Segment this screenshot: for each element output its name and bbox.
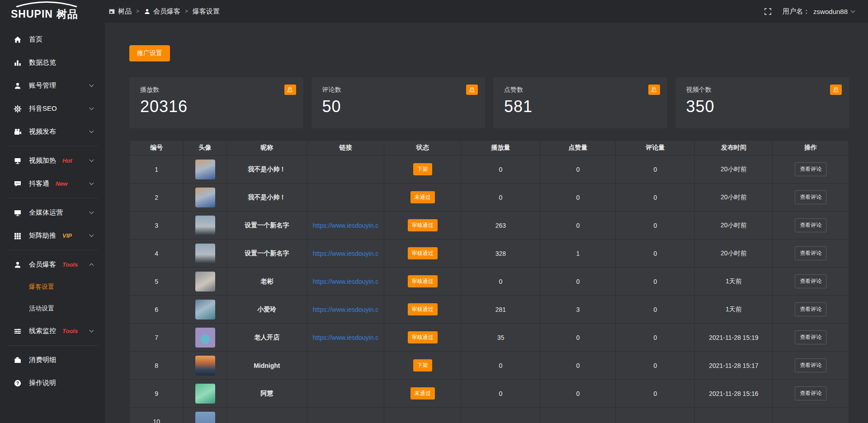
cell-id: 1 (130, 155, 184, 183)
column-header-0: 编号 (130, 141, 184, 155)
stat-card-label: 评论数 (322, 86, 475, 94)
cell-status: 审核通过 (384, 240, 461, 268)
sidebar-item-16[interactable]: ?操作说明 (0, 371, 105, 395)
sidebar-divider (7, 250, 98, 250)
cell-link: https://www.iesdouyin.c (307, 240, 384, 268)
logo-arc (13, 1, 105, 7)
chevron-down-icon (90, 210, 94, 214)
main-content: 推广设置 播放数总20316评论数总50点赞数总581视频个数总350 编号头像… (105, 23, 868, 423)
sidebar-subitem-0[interactable]: 爆客设置 (0, 276, 105, 298)
sidebar-item-label: 抖音SEO (29, 104, 57, 113)
bar-chart-icon (14, 59, 22, 67)
status-badge: 审核通过 (408, 247, 438, 259)
avatar (195, 244, 215, 263)
video-link[interactable]: https://www.iesdouyin.c (307, 250, 384, 257)
app-logo[interactable]: SHUPIN 树品 (0, 1, 105, 21)
video-camera-icon (14, 128, 22, 136)
cell-status: 审核通过 (384, 268, 461, 296)
value-comments: 0 (654, 362, 657, 369)
chevron-down-icon (90, 233, 94, 237)
video-link[interactable]: https://www.iesdouyin.c (307, 278, 384, 285)
row-id: 4 (155, 250, 158, 257)
row-id: 1 (155, 166, 158, 173)
sidebar-subitem-1[interactable]: 活动设置 (0, 298, 105, 320)
cell-link: https://www.iesdouyin.c (307, 212, 384, 240)
nickname: 阿慧 (260, 390, 273, 397)
view-comments-button[interactable]: 查看评论 (795, 358, 826, 372)
value-time: 20小时前 (721, 249, 747, 257)
sidebar-item-12[interactable]: 会员爆客Tools (0, 253, 105, 276)
view-comments-button[interactable]: 查看评论 (795, 302, 826, 316)
video-link[interactable]: https://www.iesdouyin.c (307, 334, 384, 341)
sidebar-item-4[interactable]: 视频发布 (0, 120, 105, 143)
promo-settings-button[interactable]: 推广设置 (129, 45, 170, 61)
cell-avatar (184, 380, 226, 408)
value-plays: 0 (499, 390, 503, 397)
user-menu[interactable]: 用户名：zswodun88 (783, 7, 854, 16)
avatar (195, 216, 215, 235)
sidebar-item-15[interactable]: 消费明细 (0, 348, 105, 371)
sidebar-item-7[interactable]: 抖客通New (0, 172, 105, 195)
view-comments-button[interactable]: 查看评论 (795, 218, 826, 232)
view-comments-button[interactable]: 查看评论 (795, 190, 826, 204)
sidebar-item-13[interactable]: 线索监控Tools (0, 320, 105, 343)
fullscreen-icon[interactable] (764, 8, 772, 15)
sidebar-item-9[interactable]: 全媒体运营 (0, 201, 105, 224)
nickname: 老彬 (260, 277, 273, 285)
user-area: 用户名：zswodun88 (764, 7, 868, 16)
view-comments-button[interactable]: 查看评论 (795, 162, 826, 176)
sidebar-item-1[interactable]: 数据总览 (0, 51, 105, 74)
cell-status: 未通过 (384, 183, 461, 212)
nickname: 小爱玲 (257, 306, 276, 313)
sidebar-item-tag: Tools (62, 328, 78, 334)
value-likes: 1 (576, 250, 580, 257)
cell-avatar (184, 324, 226, 352)
total-badge: 总 (284, 85, 296, 95)
cell-status: 下架 (384, 352, 461, 380)
sidebar-item-0[interactable]: 首页 (0, 28, 105, 51)
row-id: 7 (155, 334, 158, 341)
breadcrumb-item-2[interactable]: 会员爆客 (144, 7, 180, 16)
stat-card-label: 视频个数 (686, 86, 839, 94)
view-comments-button[interactable]: 查看评论 (795, 274, 826, 288)
value-time: 20小时前 (721, 193, 747, 201)
sidebar-item-6[interactable]: 视频加热Hot (0, 149, 105, 172)
view-comments-button[interactable]: 查看评论 (795, 330, 826, 344)
cell-id: 7 (130, 324, 184, 352)
sidebar-item-3[interactable]: 抖音SEO (0, 97, 105, 120)
cell-time: 1天前 (695, 296, 773, 324)
sidebar-item-10[interactable]: 矩阵助推VIP (0, 224, 105, 247)
video-link[interactable]: https://www.iesdouyin.c (307, 222, 384, 229)
cell-comments: 0 (616, 324, 695, 352)
stat-card-label: 播放数 (140, 86, 292, 94)
status-badge: 审核通过 (408, 331, 438, 343)
value-time: 1天前 (726, 306, 742, 313)
value-comments: 0 (654, 334, 657, 341)
avatar (195, 188, 215, 207)
sidebar-item-tag: Hot (62, 157, 72, 164)
total-badge: 总 (830, 85, 842, 95)
view-comments-button[interactable]: 查看评论 (795, 246, 826, 260)
breadcrumb-item-1[interactable]: 树品 (108, 7, 132, 16)
column-header-6: 点赞量 (540, 141, 616, 155)
avatar (195, 356, 215, 376)
user-icon (144, 8, 151, 15)
value-likes: 0 (576, 362, 580, 369)
view-comments-button[interactable]: 查看评论 (795, 386, 826, 400)
value-time: 2021-11-28 15:16 (709, 390, 759, 397)
value-time: 20小时前 (721, 221, 747, 229)
sidebar-item-2[interactable]: 账号管理 (0, 74, 105, 97)
column-header-2: 昵称 (226, 141, 307, 155)
help-icon: ? (14, 379, 22, 387)
cell-action: 查看评论 (773, 155, 849, 183)
cell-nickname: 老人开店 (226, 324, 307, 352)
cell-plays (461, 408, 540, 423)
cell-avatar (184, 212, 226, 240)
cell-plays: 0 (461, 380, 540, 408)
cell-plays: 0 (461, 183, 540, 212)
user-id: zswodun88 (813, 8, 848, 15)
row-id: 2 (155, 194, 158, 201)
stat-card-3: 视频个数总350 (675, 77, 849, 128)
cell-time: 20小时前 (695, 212, 773, 240)
video-link[interactable]: https://www.iesdouyin.c (307, 306, 384, 313)
